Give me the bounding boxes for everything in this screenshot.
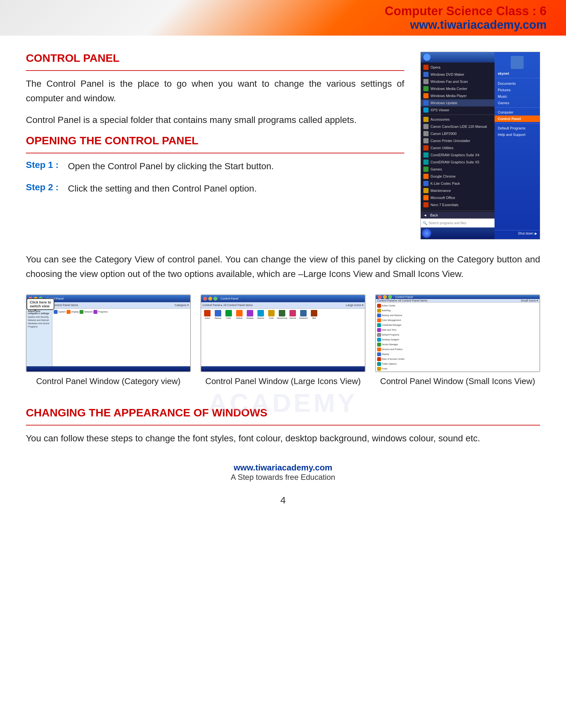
cp-title-2: Control Panel	[221, 297, 239, 300]
menu-item-xps-label: XPS Viewer	[430, 108, 449, 112]
right-documents[interactable]: Documents	[494, 80, 540, 87]
control-panel-para1: The Control Panel is the place to go whe…	[26, 77, 404, 106]
small-icon-10	[377, 347, 381, 351]
menu-item-windowsupdate-label: Windows Update	[430, 101, 457, 105]
large-icon-3	[226, 310, 232, 316]
cp-sidebar-network[interactable]: Network and Internet	[28, 319, 51, 321]
shutdown-btn[interactable]: Shut down ▶	[494, 230, 540, 237]
cp-view-3[interactable]: Small Icons ▾	[521, 299, 538, 302]
large-icon-4	[236, 310, 243, 316]
cp-small-item-6: Date and Time	[377, 328, 538, 332]
menu-item-canon-lbp[interactable]: Canon LBP2900	[421, 130, 494, 137]
cp-large-item-5: Desktop	[245, 310, 255, 319]
menu-item-faxscan-label: Windows Fax and Scan	[430, 80, 468, 83]
appearance-section: CHANGING THE APPEARANCE OF WINDOWS You c…	[26, 406, 540, 446]
right-defaultprograms[interactable]: Default Programs	[494, 125, 540, 131]
right-computer[interactable]: Computer	[494, 109, 540, 116]
menu-item-faxscan[interactable]: Windows Fax and Scan	[421, 78, 494, 85]
menu-item-canon-uninstaller[interactable]: Canon Printer Uninstaller	[421, 137, 494, 144]
back-label: Back	[430, 213, 438, 217]
cp-large-item-9: Internet	[288, 310, 297, 319]
close-btn-2[interactable]	[203, 297, 207, 301]
cp-cat-label-2: Display	[71, 311, 79, 313]
appearance-text: You can follow these steps to change the…	[26, 431, 540, 446]
min-btn-3[interactable]	[383, 295, 387, 299]
right-controlpanel[interactable]: Control Panel	[494, 116, 540, 122]
menu-item-accessories[interactable]: Accessories	[421, 116, 494, 123]
menu-item-mediaplayer[interactable]: Windows Media Player	[421, 92, 494, 99]
large-label-3: Color	[227, 317, 231, 319]
menu-items-list: Opera Windows DVD Maker Windows Fax and …	[421, 62, 494, 210]
cp-cat-label-4: Programs	[98, 311, 108, 313]
close-btn-3[interactable]	[378, 295, 382, 299]
small-label-5: Credential Manager	[382, 324, 401, 326]
menu-item-nero-label: Nero 7 Essentials	[430, 203, 458, 207]
small-label-2: AutoPlay	[382, 309, 391, 312]
menu-item-nero[interactable]: Nero 7 Essentials	[421, 201, 494, 208]
menu-back-btn[interactable]: ◄ Back	[421, 212, 494, 218]
view-label-small-text: Control Panel Window (Small Icons View)	[380, 376, 535, 386]
min-btn-2[interactable]	[208, 297, 212, 301]
menu-item-games[interactable]: Games	[421, 166, 494, 173]
cp-titlebar-3: Control Panel	[376, 295, 539, 299]
cp-sidebar-programs[interactable]: Programs	[28, 325, 51, 328]
menu-item-klite-label: K-Lite Codec Pack	[430, 182, 460, 185]
klite-icon	[423, 181, 428, 186]
large-label-2: Backup	[215, 317, 221, 319]
cp-sidebar-system[interactable]: System and Security	[28, 316, 51, 318]
menu-item-xps[interactable]: XPS Viewer	[421, 106, 494, 114]
menu-item-coreldraw-x5[interactable]: CorelDRAW Graphics Suite X5	[421, 159, 494, 166]
right-music[interactable]: Music	[494, 93, 540, 100]
dvdmaker-icon	[423, 72, 428, 77]
opening-heading: OPENING THE CONTROL PANEL	[26, 134, 404, 147]
menu-item-windowsupdate[interactable]: Windows Update	[421, 99, 494, 106]
large-label-6: Devices	[257, 317, 264, 319]
view-label-category-text: Control Panel Window (Category view)	[36, 376, 181, 386]
right-helpsupport[interactable]: Help and Support	[494, 131, 540, 138]
menu-item-canon-canoscan[interactable]: Canon CanoScan LiDE 120 Manual	[421, 123, 494, 130]
large-label-7: Fonts	[269, 317, 274, 319]
header-bar: Computer Science Class : 6 www.tiwariaca…	[0, 0, 566, 36]
cp-small-item-10: Devices and Printers	[377, 347, 538, 351]
menu-item-dvdmaker[interactable]: Windows DVD Maker	[421, 71, 494, 78]
menu-item-coreldraw-x5-label: CorelDRAW Graphics Suite X5	[430, 160, 479, 164]
menu-search[interactable]: 🔍 Search programs and files	[421, 218, 494, 227]
menu-user-icon	[423, 54, 430, 61]
small-icon-9	[377, 343, 381, 347]
menu-item-games-label: Games	[430, 167, 442, 171]
step1-text: Open the Control Panel by clicking the S…	[68, 159, 274, 174]
cp-small-item-7: Default Programs	[377, 333, 538, 337]
small-icon-1	[377, 304, 381, 308]
menu-item-chrome[interactable]: Google Chrome	[421, 173, 494, 180]
menu-item-coreldraw-x4[interactable]: CorelDRAW Graphics Suite X4	[421, 151, 494, 159]
right-games[interactable]: Games	[494, 100, 540, 106]
start-orb[interactable]	[422, 229, 431, 238]
cp-large-item-6: Devices	[256, 310, 266, 319]
cp-small-item-12: Ease of Access Center	[377, 357, 538, 361]
cp-sidebar-hardware[interactable]: Hardware and Sound	[28, 322, 51, 325]
menu-item-mediaplayer-label: Windows Media Player	[430, 94, 467, 98]
menu-item-opera[interactable]: Opera	[421, 64, 494, 71]
page-wrapper: Computer Science Class : 6 www.tiwariaca…	[0, 0, 566, 532]
small-label-11: Display	[382, 353, 389, 355]
maintenance-icon	[423, 188, 428, 193]
canon-utilities-icon	[423, 145, 428, 150]
max-btn-2[interactable]	[214, 297, 217, 301]
cp-large-item-10: Keyboard	[298, 310, 308, 319]
cp-cat-item-3: Network	[80, 310, 93, 314]
menu-item-maintenance[interactable]: Maintenance	[421, 187, 494, 194]
windowsupdate-icon	[423, 100, 428, 105]
menu-item-klite[interactable]: K-Lite Codec Pack	[421, 180, 494, 187]
right-pictures[interactable]: Pictures	[494, 87, 540, 93]
view-label-category: Control Panel Window (Category view)	[36, 375, 181, 387]
menu-item-canon-utilities[interactable]: Canon Utilities	[421, 144, 494, 151]
max-btn-3[interactable]	[388, 295, 392, 299]
cp-view-1[interactable]: Category ▾	[175, 303, 189, 307]
cp-view-2[interactable]: Large Icons ▾	[346, 303, 363, 307]
chrome-icon	[423, 174, 428, 179]
menu-item-msoffice[interactable]: Microsoft Office	[421, 194, 494, 201]
menu-item-mediacenter[interactable]: Windows Media Center	[421, 85, 494, 92]
view-label-small: Control Panel Window (Small Icons View)	[380, 375, 535, 387]
menu-item-chrome-label: Google Chrome	[430, 174, 456, 178]
cp-cat-item-1: System	[54, 310, 66, 314]
